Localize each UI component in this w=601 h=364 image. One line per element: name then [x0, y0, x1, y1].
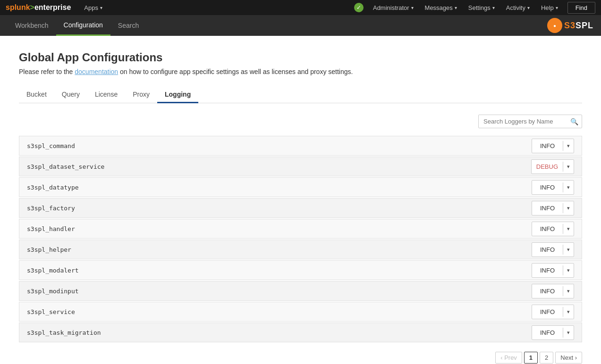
logger-name: s3spl_command [27, 142, 532, 149]
page-description: Please refer to the documentation on how… [19, 68, 582, 75]
apps-menu[interactable]: Apps ▾ [78, 0, 108, 15]
logger-level-dropdown[interactable]: INFO ▾ [532, 222, 574, 236]
logger-name: s3spl_task_migration [27, 329, 532, 336]
logger-list: s3spl_command INFO ▾ s3spl_dataset_servi… [19, 136, 582, 342]
search-tab[interactable]: Search [110, 15, 146, 36]
table-row: s3spl_modinput INFO ▾ [19, 281, 582, 301]
s3spl-logo-icon [547, 18, 562, 33]
tab-bucket[interactable]: Bucket [19, 87, 54, 103]
activity-menu[interactable]: Activity ▾ [500, 0, 535, 15]
messages-menu[interactable]: Messages ▾ [419, 0, 463, 15]
logger-level-label: DEBUG [532, 163, 563, 170]
logger-level-label: INFO [532, 267, 563, 274]
logger-level-dropdown[interactable]: INFO ▾ [532, 139, 574, 153]
logger-level-label: INFO [532, 225, 563, 232]
page-title: Global App Configurations [19, 51, 582, 64]
logger-name: s3spl_modalert [27, 267, 532, 274]
logger-level-dropdown[interactable]: INFO ▾ [532, 180, 574, 195]
table-row: s3spl_handler INFO ▾ [19, 219, 582, 239]
logger-level-dropdown[interactable]: INFO ▾ [532, 305, 574, 319]
help-chevron-icon: ▾ [556, 5, 558, 10]
search-input[interactable] [478, 115, 582, 128]
logger-name: s3spl_handler [27, 225, 532, 232]
page-1-button[interactable]: 1 [524, 352, 538, 364]
sub-navbar: Workbench Configuration Search S3SPL [0, 15, 601, 36]
logger-level-dropdown[interactable]: INFO ▾ [532, 325, 574, 340]
tab-query[interactable]: Query [54, 87, 87, 103]
s3spl-logo: S3SPL [547, 18, 593, 33]
workbench-tab[interactable]: Workbench [8, 15, 56, 36]
logger-dropdown-arrow-icon: ▾ [563, 203, 574, 213]
logger-dropdown-arrow-icon: ▾ [563, 286, 574, 296]
logger-dropdown-arrow-icon: ▾ [563, 141, 574, 151]
settings-chevron-icon: ▾ [492, 5, 495, 10]
page-2-button[interactable]: 2 [540, 352, 553, 364]
logger-dropdown-arrow-icon: ▾ [563, 265, 574, 275]
logger-name: s3spl_dataset_service [27, 163, 531, 170]
table-row: s3spl_task_migration INFO ▾ [19, 323, 582, 342]
administrator-menu[interactable]: Administrator ▾ [367, 0, 419, 15]
table-row: s3spl_dataset_service DEBUG ▾ [19, 157, 582, 176]
logger-name: s3spl_service [27, 308, 532, 315]
administrator-chevron-icon: ▾ [411, 5, 414, 10]
logger-level-dropdown[interactable]: DEBUG ▾ [531, 159, 574, 174]
tab-logging[interactable]: Logging [157, 87, 198, 103]
prev-button[interactable]: ‹ Prev [495, 352, 522, 364]
configuration-tab[interactable]: Configuration [56, 15, 110, 36]
logger-level-dropdown[interactable]: INFO ▾ [532, 284, 574, 298]
logger-name: s3spl_factory [27, 205, 532, 212]
documentation-link[interactable]: documentation [75, 68, 118, 75]
logger-level-label: INFO [532, 246, 563, 253]
search-icon: 🔍 [570, 118, 578, 125]
pagination: ‹ Prev 1 2 Next › [19, 352, 582, 364]
activity-chevron-icon: ▾ [527, 5, 530, 10]
logger-level-label: INFO [532, 308, 563, 315]
logger-dropdown-arrow-icon: ▾ [563, 245, 574, 255]
logger-level-dropdown[interactable]: INFO ▾ [532, 242, 574, 257]
logger-dropdown-arrow-icon: ▾ [563, 162, 574, 172]
table-row: s3spl_factory INFO ▾ [19, 198, 582, 218]
splunk-logo: splunk>enterprise [6, 3, 71, 12]
apps-chevron-icon: ▾ [100, 5, 102, 10]
messages-chevron-icon: ▾ [455, 5, 457, 10]
status-icon [354, 3, 364, 12]
logger-level-label: INFO [532, 329, 563, 336]
logger-level-label: INFO [532, 205, 563, 212]
logger-name: s3spl_helper [27, 246, 532, 253]
table-row: s3spl_modalert INFO ▾ [19, 260, 582, 280]
logger-level-label: INFO [532, 184, 563, 191]
s3spl-logo-text: S3SPL [564, 21, 593, 31]
logger-dropdown-arrow-icon: ▾ [563, 182, 574, 192]
table-row: s3spl_command INFO ▾ [19, 136, 582, 156]
logger-dropdown-arrow-icon: ▾ [563, 224, 574, 234]
logger-level-label: INFO [532, 288, 563, 295]
table-row: s3spl_service INFO ▾ [19, 302, 582, 322]
search-bar-row: 🔍 [19, 115, 582, 128]
tab-proxy[interactable]: Proxy [125, 87, 157, 103]
search-input-wrapper: 🔍 [478, 115, 582, 128]
next-button[interactable]: Next › [555, 352, 582, 364]
logger-dropdown-arrow-icon: ▾ [563, 307, 574, 317]
settings-menu[interactable]: Settings ▾ [463, 0, 500, 15]
logger-dropdown-arrow-icon: ▾ [563, 328, 574, 338]
help-menu[interactable]: Help ▾ [535, 0, 564, 15]
tab-license[interactable]: License [87, 87, 125, 103]
top-navbar: splunk>enterprise Apps ▾ Administrator ▾… [0, 0, 601, 15]
logger-name: s3spl_modinput [27, 288, 532, 295]
config-tabs: Bucket Query License Proxy Logging [19, 87, 582, 103]
main-content: Global App Configurations Please refer t… [0, 36, 601, 364]
table-row: s3spl_datatype INFO ▾ [19, 177, 582, 197]
find-button[interactable]: Find [567, 2, 595, 14]
logger-level-label: INFO [532, 142, 563, 149]
logger-name: s3spl_datatype [27, 184, 532, 191]
logger-level-dropdown[interactable]: INFO ▾ [532, 201, 574, 215]
logger-level-dropdown[interactable]: INFO ▾ [532, 263, 574, 278]
table-row: s3spl_helper INFO ▾ [19, 240, 582, 259]
